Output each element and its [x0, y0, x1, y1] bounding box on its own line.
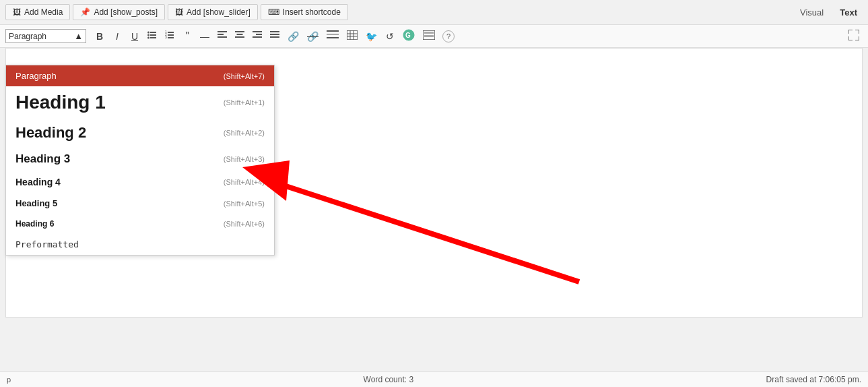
svg-text:G: G: [405, 32, 411, 39]
plugin-btn-1[interactable]: G: [399, 28, 418, 44]
svg-rect-16: [237, 34, 243, 35]
format-dropdown: Paragraph (Shift+Alt+7) Heading 1 (Shift…: [5, 65, 275, 256]
align-left-button[interactable]: [214, 29, 230, 43]
dropdown-item-h2[interactable]: Heading 2 (Shift+Alt+2): [6, 119, 274, 147]
svg-rect-20: [253, 36, 262, 38]
align-center-button[interactable]: [232, 29, 248, 43]
add-media-label: Add Media: [24, 7, 63, 17]
editor-wrapper: 🖼 Add Media 📌 Add [show_posts] 🖼 Add [sh…: [0, 0, 868, 387]
insert-more-button[interactable]: [323, 29, 342, 43]
unordered-list-button[interactable]: [144, 29, 160, 43]
paragraph-select[interactable]: Paragraph ▲: [5, 29, 86, 43]
paragraph-select-text: Paragraph: [9, 32, 74, 41]
help-icon[interactable]: ?: [442, 30, 455, 42]
plugin-btn-2[interactable]: [420, 29, 438, 43]
dropdown-item-h4[interactable]: Heading 4 (Shift+Alt+4): [6, 171, 274, 193]
ordered-list-button[interactable]: 123: [162, 29, 178, 43]
add-show-slider-button[interactable]: 🖼 Add [show_slider]: [168, 4, 258, 20]
svg-rect-17: [235, 36, 244, 38]
twitter-button[interactable]: 🐦: [362, 30, 380, 43]
dropdown-item-h3[interactable]: Heading 3 (Shift+Alt+3): [6, 147, 274, 171]
h6-shortcut: (Shift+Alt+6): [224, 220, 265, 228]
underline-label: U: [131, 31, 138, 42]
status-bar: p Word count: 3 Draft saved at 7:06:05 p…: [0, 371, 868, 387]
align-justify-icon: [270, 30, 279, 40]
paragraph-shortcut: (Shift+Alt+7): [224, 72, 265, 80]
add-media-button[interactable]: 🖼 Add Media: [5, 4, 70, 20]
svg-rect-24: [327, 34, 339, 35]
dropdown-item-h1[interactable]: Heading 1 (Shift+Alt+1): [6, 86, 274, 119]
svg-rect-15: [235, 31, 244, 32]
format-toolbar: Paragraph ▲ B I U 123 " — 🔗 🔗: [0, 25, 868, 48]
add-show-posts-button[interactable]: 📌 Add [show_posts]: [73, 4, 165, 20]
expand-icon: [848, 30, 859, 40]
svg-rect-13: [218, 34, 224, 35]
table-button[interactable]: [343, 29, 361, 43]
link-button[interactable]: 🔗: [284, 30, 302, 43]
italic-button[interactable]: I: [109, 30, 125, 43]
align-justify-button[interactable]: [267, 29, 283, 43]
svg-point-5: [147, 37, 149, 39]
svg-point-3: [147, 32, 149, 34]
dropdown-arrow-icon: ▲: [74, 31, 83, 41]
bold-label: B: [96, 31, 103, 42]
top-toolbar: 🖼 Add Media 📌 Add [show_posts] 🖼 Add [sh…: [0, 0, 868, 25]
insert-shortcode-button[interactable]: ⌨ Insert shortcode: [261, 4, 348, 20]
p-tag: p: [7, 376, 11, 384]
align-center-icon: [235, 30, 244, 40]
unlink-button[interactable]: 🔗: [304, 30, 322, 43]
insert-shortcode-label: Insert shortcode: [283, 7, 341, 17]
draft-saved: Draft saved at 7:06:05 pm.: [766, 375, 861, 384]
h2-option-label: Heading 2: [15, 124, 86, 142]
pre-option-label: Preformatted: [15, 239, 79, 249]
ol-icon: 123: [165, 30, 174, 40]
svg-rect-27: [347, 30, 358, 40]
visual-tab[interactable]: Visual: [795, 5, 829, 20]
undo-button[interactable]: ↺: [382, 30, 398, 43]
svg-rect-35: [424, 32, 434, 34]
svg-rect-22: [270, 34, 279, 35]
h5-shortcut: (Shift+Alt+5): [224, 200, 265, 208]
dropdown-item-pre[interactable]: Preformatted: [6, 234, 274, 255]
dropdown-item-paragraph[interactable]: Paragraph (Shift+Alt+7): [6, 65, 274, 86]
svg-rect-21: [270, 31, 279, 32]
text-tab[interactable]: Text: [834, 5, 863, 20]
bold-button[interactable]: B: [92, 30, 108, 43]
align-left-icon: [218, 30, 227, 40]
h3-option-label: Heading 3: [15, 152, 70, 166]
ul-icon: [147, 30, 157, 40]
h4-shortcut: (Shift+Alt+4): [224, 178, 265, 186]
svg-text:3: 3: [165, 35, 167, 39]
blockquote-button[interactable]: ": [179, 29, 195, 44]
svg-rect-19: [256, 34, 262, 35]
svg-rect-8: [168, 37, 174, 38]
dropdown-item-h5[interactable]: Heading 5 (Shift+Alt+5): [6, 193, 274, 214]
svg-rect-1: [150, 34, 156, 36]
add-media-icon: 🖼: [13, 7, 21, 17]
hr-button[interactable]: —: [197, 30, 213, 43]
table-icon: [347, 30, 358, 40]
svg-rect-12: [218, 31, 227, 32]
h1-option-label: Heading 1: [15, 92, 106, 113]
plugin-icon-1: G: [403, 29, 415, 41]
h2-shortcut: (Shift+Alt+2): [224, 129, 265, 137]
insert-shortcode-icon: ⌨: [268, 7, 279, 17]
svg-rect-0: [150, 32, 156, 33]
dropdown-item-h6[interactable]: Heading 6 (Shift+Alt+6): [6, 214, 274, 234]
plugin-icon-2: [423, 30, 435, 40]
add-show-posts-label: Add [show_posts]: [94, 7, 158, 17]
top-toolbar-right: Visual Text: [795, 5, 863, 20]
svg-rect-7: [168, 34, 174, 36]
align-right-button[interactable]: [249, 29, 265, 43]
expand-button[interactable]: [845, 28, 863, 44]
add-show-slider-label: Add [show_slider]: [187, 7, 251, 17]
svg-rect-25: [327, 30, 339, 32]
h3-shortcut: (Shift+Alt+3): [224, 155, 265, 163]
svg-rect-23: [270, 36, 279, 38]
svg-rect-6: [168, 32, 174, 33]
svg-rect-14: [218, 36, 227, 38]
h6-option-label: Heading 6: [15, 219, 54, 229]
svg-point-4: [147, 34, 149, 36]
underline-button[interactable]: U: [127, 30, 143, 43]
svg-rect-36: [424, 35, 434, 37]
